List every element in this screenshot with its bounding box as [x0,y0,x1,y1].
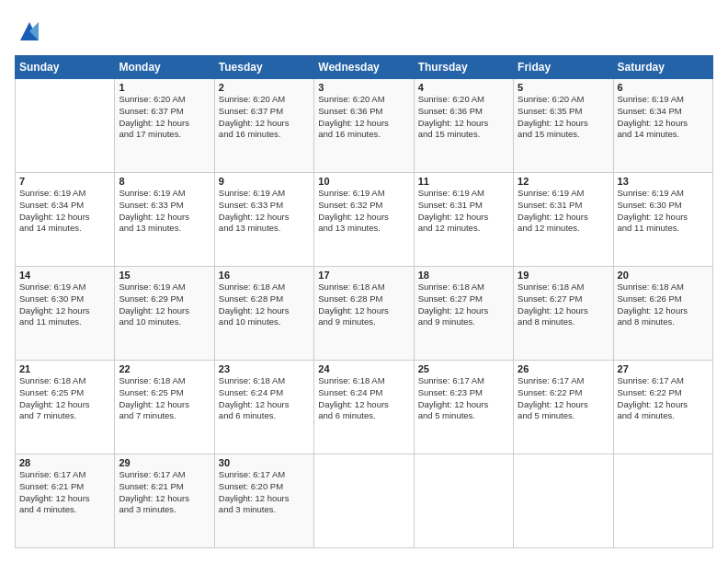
calendar-cell: 20Sunrise: 6:18 AMSunset: 6:26 PMDayligh… [613,267,712,361]
cell-info-line: Daylight: 12 hours [19,212,110,224]
cell-info-line: Sunrise: 6:18 AM [318,282,409,293]
cell-info-line: Daylight: 12 hours [318,399,409,411]
cell-info-line: Sunrise: 6:19 AM [219,188,310,200]
cell-info-line: Daylight: 12 hours [119,212,210,224]
day-number: 15 [119,270,210,281]
cell-info-line: Sunset: 6:21 PM [119,481,210,493]
cell-info-line: Sunset: 6:33 PM [119,200,210,212]
calendar-cell [514,454,613,548]
cell-info-line: Sunset: 6:37 PM [219,106,310,118]
cell-info-line: Sunrise: 6:20 AM [219,94,310,106]
week-row-2: 14Sunrise: 6:19 AMSunset: 6:30 PMDayligh… [16,267,713,361]
logo [15,18,42,48]
day-number: 23 [219,363,310,374]
calendar-table: SundayMondayTuesdayWednesdayThursdayFrid… [15,55,713,548]
day-number: 5 [518,82,609,93]
cell-info-line: Daylight: 12 hours [19,493,110,505]
day-number: 28 [19,457,110,468]
cell-info-line: Daylight: 12 hours [219,399,310,411]
cell-info-line: Daylight: 12 hours [318,118,409,130]
calendar-cell: 2Sunrise: 6:20 AMSunset: 6:37 PMDaylight… [214,79,313,173]
cell-info-line: Sunrise: 6:18 AM [19,375,110,387]
calendar-cell: 21Sunrise: 6:18 AMSunset: 6:25 PMDayligh… [16,361,115,454]
cell-info-line: Daylight: 12 hours [518,212,609,224]
cell-info-line: Daylight: 12 hours [418,212,509,224]
cell-info-line: Sunset: 6:34 PM [618,106,709,118]
cell-info-line: Daylight: 12 hours [618,399,709,411]
cell-info-line: Sunrise: 6:20 AM [119,94,210,106]
cell-info-line: and 15 minutes. [418,129,509,141]
day-number: 22 [119,363,210,374]
cell-info-line: Daylight: 12 hours [119,493,210,505]
cell-info-line: and 16 minutes. [219,129,310,141]
cell-info-line: and 7 minutes. [119,410,210,422]
cell-info-line: Sunrise: 6:18 AM [518,282,609,293]
cell-info-line: Sunrise: 6:17 AM [518,375,609,387]
calendar-cell: 5Sunrise: 6:20 AMSunset: 6:35 PMDaylight… [514,79,613,173]
cell-info-line: Sunrise: 6:18 AM [618,282,709,293]
day-number: 30 [219,457,310,468]
cell-info-line: and 9 minutes. [418,316,509,328]
cell-info-line: and 12 minutes. [518,223,609,235]
calendar-cell: 10Sunrise: 6:19 AMSunset: 6:32 PMDayligh… [314,173,414,267]
calendar-cell [613,454,712,548]
calendar-cell: 6Sunrise: 6:19 AMSunset: 6:34 PMDaylight… [613,79,712,173]
cell-info-line: Sunrise: 6:20 AM [518,94,609,106]
week-row-4: 28Sunrise: 6:17 AMSunset: 6:21 PMDayligh… [16,454,713,548]
weekday-header-row: SundayMondayTuesdayWednesdayThursdayFrid… [16,56,713,79]
cell-info-line: Daylight: 12 hours [219,305,310,317]
day-number: 29 [119,457,210,468]
cell-info-line: and 5 minutes. [518,410,609,422]
day-number: 4 [418,82,509,93]
calendar-cell: 1Sunrise: 6:20 AMSunset: 6:37 PMDaylight… [115,79,214,173]
cell-info-line: Daylight: 12 hours [219,212,310,224]
calendar-cell [314,454,414,548]
cell-info-line: Daylight: 12 hours [119,399,210,411]
cell-info-line: and 3 minutes. [119,504,210,516]
weekday-header-saturday: Saturday [613,56,712,79]
cell-info-line: Sunset: 6:27 PM [418,293,509,305]
day-number: 2 [219,82,310,93]
cell-info-line: and 13 minutes. [318,223,409,235]
cell-info-line: Sunrise: 6:17 AM [618,375,709,387]
cell-info-line: Sunset: 6:29 PM [119,293,210,305]
cell-info-line: and 11 minutes. [618,223,709,235]
cell-info-line: and 9 minutes. [318,316,409,328]
day-number: 21 [19,363,110,374]
cell-info-line: and 4 minutes. [19,504,110,516]
day-number: 13 [618,176,709,187]
calendar-cell: 9Sunrise: 6:19 AMSunset: 6:33 PMDaylight… [214,173,313,267]
weekday-header-thursday: Thursday [414,56,513,79]
cell-info-line: Sunset: 6:28 PM [318,293,409,305]
header [15,15,713,48]
cell-info-line: Sunrise: 6:17 AM [418,375,509,387]
cell-info-line: Sunrise: 6:17 AM [219,469,310,481]
week-row-1: 7Sunrise: 6:19 AMSunset: 6:34 PMDaylight… [16,173,713,267]
cell-info-line: Daylight: 12 hours [19,305,110,317]
calendar-cell: 28Sunrise: 6:17 AMSunset: 6:21 PMDayligh… [16,454,115,548]
day-number: 10 [318,176,409,187]
cell-info-line: Daylight: 12 hours [418,118,509,130]
cell-info-line: Sunset: 6:26 PM [618,293,709,305]
cell-info-line: Sunrise: 6:19 AM [119,282,210,293]
cell-info-line: Daylight: 12 hours [119,305,210,317]
cell-info-line: Sunset: 6:22 PM [518,387,609,399]
cell-info-line: Sunset: 6:25 PM [19,387,110,399]
cell-info-line: and 14 minutes. [618,129,709,141]
weekday-header-friday: Friday [514,56,613,79]
cell-info-line: and 17 minutes. [119,129,210,141]
cell-info-line: Sunset: 6:31 PM [518,200,609,212]
day-number: 8 [119,176,210,187]
cell-info-line: Sunset: 6:24 PM [219,387,310,399]
cell-info-line: and 8 minutes. [518,316,609,328]
cell-info-line: Daylight: 12 hours [518,305,609,317]
calendar-cell: 29Sunrise: 6:17 AMSunset: 6:21 PMDayligh… [115,454,214,548]
cell-info-line: and 10 minutes. [219,316,310,328]
day-number: 3 [318,82,409,93]
cell-info-line: Sunrise: 6:19 AM [19,188,110,200]
calendar-cell: 25Sunrise: 6:17 AMSunset: 6:23 PMDayligh… [414,361,513,454]
cell-info-line: Sunrise: 6:18 AM [219,282,310,293]
cell-info-line: and 7 minutes. [19,410,110,422]
cell-info-line: Sunset: 6:32 PM [318,200,409,212]
cell-info-line: Sunset: 6:35 PM [518,106,609,118]
